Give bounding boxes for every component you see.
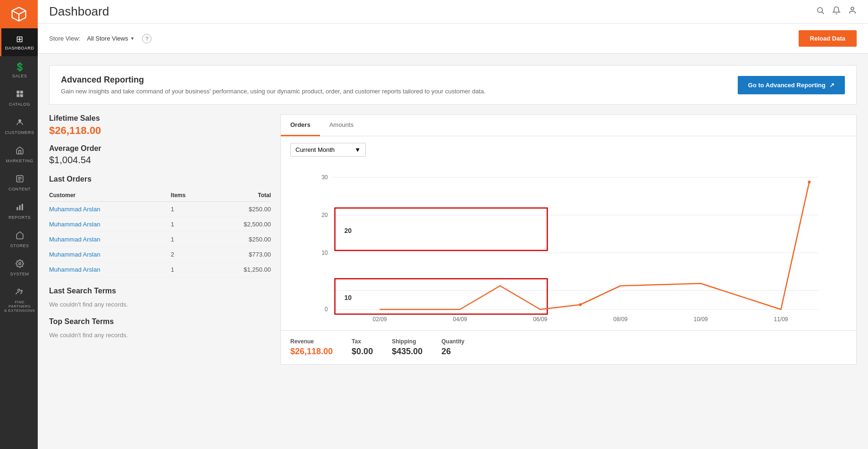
order-total: $773.00 — [206, 247, 271, 262]
store-view-arrow-icon: ▼ — [130, 36, 135, 41]
sidebar: ⊞ DASHBOARD 💲 SALES CATALOG CUSTOMERS MA… — [0, 0, 38, 449]
sidebar-logo[interactable] — [0, 0, 38, 28]
order-items: 2 — [171, 247, 206, 262]
period-label: Current Month — [295, 146, 335, 153]
order-customer: Muhammad Arslan — [49, 202, 171, 217]
system-icon — [16, 259, 24, 270]
top-search-terms-no-records: We couldn't find any records. — [49, 332, 271, 339]
topbar-icons — [816, 6, 857, 17]
svg-rect-11 — [21, 204, 23, 210]
svg-point-4 — [18, 119, 21, 122]
tax-value: $0.00 — [352, 347, 373, 357]
orders-chart: 30 20 10 0 02/09 04/09 06/09 08/09 10/09… — [290, 163, 847, 324]
lifetime-sales-value: $26,118.00 — [49, 125, 271, 137]
sidebar-item-label: MARKETING — [6, 158, 33, 163]
customers-icon — [16, 118, 24, 129]
store-view-value: All Store Views — [87, 35, 128, 42]
sidebar-item-customers[interactable]: CUSTOMERS — [0, 112, 38, 141]
svg-rect-9 — [17, 207, 18, 210]
sidebar-item-label: FIND PARTNERS& EXTENSIONS — [3, 300, 36, 313]
avg-order-value: $1,004.54 — [49, 155, 271, 166]
advanced-reporting-banner: Advanced Reporting Gain new insights and… — [49, 65, 857, 105]
last-search-terms-section: Last Search Terms We couldn't find any r… — [49, 287, 271, 308]
quantity-value: 26 — [441, 347, 464, 357]
order-customer: Muhammad Arslan — [49, 217, 171, 232]
sidebar-item-catalog[interactable]: CATALOG — [0, 84, 38, 112]
svg-text:10/09: 10/09 — [693, 316, 708, 323]
last-orders-section: Last Orders Customer Items Total Muhamma… — [49, 175, 271, 277]
svg-text:06/09: 06/09 — [533, 316, 547, 323]
sidebar-item-reports[interactable]: REPORTS — [0, 197, 38, 225]
search-icon[interactable] — [816, 6, 825, 17]
sidebar-item-label: SYSTEM — [10, 272, 29, 276]
tab-orders[interactable]: Orders — [281, 115, 320, 136]
order-items: 1 — [171, 202, 206, 217]
notifications-icon[interactable] — [832, 6, 841, 17]
col-customer: Customer — [49, 189, 171, 202]
sidebar-item-content[interactable]: CONTENT — [0, 169, 38, 197]
sidebar-item-sales[interactable]: 💲 SALES — [0, 56, 38, 84]
order-items: 1 — [171, 262, 206, 277]
left-panel: Lifetime Sales $26,118.00 Average Order … — [49, 114, 271, 365]
svg-text:11/09: 11/09 — [774, 316, 788, 323]
chart-tabs: Orders Amounts — [281, 115, 856, 136]
sidebar-item-label: DASHBOARD — [5, 46, 34, 50]
order-total: $250.00 — [206, 202, 271, 217]
sidebar-item-system[interactable]: SYSTEM — [0, 254, 38, 282]
table-row: Muhammad Arslan 1 $1,250.00 — [49, 262, 271, 277]
tax-label: Tax — [352, 338, 373, 345]
order-customer: Muhammad Arslan — [49, 232, 171, 247]
svg-text:04/09: 04/09 — [453, 316, 467, 323]
main-content: Dashboard Store View: All Store Views ▼ … — [38, 0, 868, 449]
stats-section: Lifetime Sales $26,118.00 Average Order … — [49, 114, 271, 166]
reports-icon — [16, 203, 24, 214]
svg-point-37 — [579, 303, 582, 306]
sidebar-item-label: CONTENT — [8, 187, 31, 191]
svg-text:08/09: 08/09 — [613, 316, 627, 323]
sidebar-item-find-partners[interactable]: FIND PARTNERS& EXTENSIONS — [0, 282, 38, 318]
stores-icon — [16, 231, 24, 242]
chart-stat-tax: Tax $0.00 — [352, 338, 373, 357]
content-icon — [16, 175, 24, 185]
last-search-terms-title: Last Search Terms — [49, 287, 271, 295]
svg-text:10: 10 — [321, 249, 328, 256]
reload-data-button[interactable]: Reload Data — [799, 30, 857, 47]
go-to-advanced-reporting-button[interactable]: Go to Advanced Reporting ↗ — [738, 76, 845, 94]
svg-text:20: 20 — [345, 227, 352, 234]
chart-area: 30 20 10 0 02/09 04/09 06/09 08/09 10/09… — [281, 163, 856, 330]
svg-rect-3 — [20, 94, 23, 97]
chart-panel: Orders Amounts Current Month ▼ — [280, 114, 857, 365]
sidebar-item-dashboard[interactable]: ⊞ DASHBOARD — [0, 28, 38, 56]
user-icon[interactable] — [848, 6, 857, 17]
sidebar-item-marketing[interactable]: MARKETING — [0, 141, 38, 169]
shipping-label: Shipping — [392, 338, 422, 345]
table-row: Muhammad Arslan 2 $773.00 — [49, 247, 271, 262]
last-search-terms-no-records: We couldn't find any records. — [49, 301, 271, 308]
sidebar-item-label: SALES — [12, 74, 27, 78]
table-row: Muhammad Arslan 1 $2,500.00 — [49, 217, 271, 232]
help-icon[interactable]: ? — [142, 34, 152, 43]
revenue-value: $26,118.00 — [290, 347, 333, 357]
dashboard-icon: ⊞ — [16, 34, 23, 44]
dashboard-grid: Lifetime Sales $26,118.00 Average Order … — [49, 114, 857, 365]
table-row: Muhammad Arslan 1 $250.00 — [49, 202, 271, 217]
chart-stats: Revenue $26,118.00 Tax $0.00 Shipping $4… — [281, 330, 856, 364]
store-view-select[interactable]: All Store Views ▼ — [87, 35, 135, 42]
period-dropdown-icon: ▼ — [354, 146, 361, 153]
quantity-label: Quantity — [441, 338, 464, 345]
advanced-reporting-text: Advanced Reporting Gain new insights and… — [61, 75, 486, 95]
sidebar-item-stores[interactable]: STORES — [0, 225, 38, 254]
order-total: $1,250.00 — [206, 262, 271, 277]
tab-amounts[interactable]: Amounts — [320, 115, 363, 136]
top-search-terms-title: Top Search Terms — [49, 317, 271, 326]
order-items: 1 — [171, 232, 206, 247]
svg-text:10: 10 — [345, 294, 352, 301]
table-row: Muhammad Arslan 1 $250.00 — [49, 232, 271, 247]
find-partners-icon — [16, 288, 24, 299]
period-select[interactable]: Current Month ▼ — [290, 143, 366, 157]
svg-rect-1 — [20, 91, 23, 93]
sales-icon: 💲 — [15, 62, 25, 72]
svg-rect-33 — [335, 208, 548, 250]
svg-point-17 — [851, 7, 854, 10]
external-link-icon: ↗ — [829, 82, 834, 89]
